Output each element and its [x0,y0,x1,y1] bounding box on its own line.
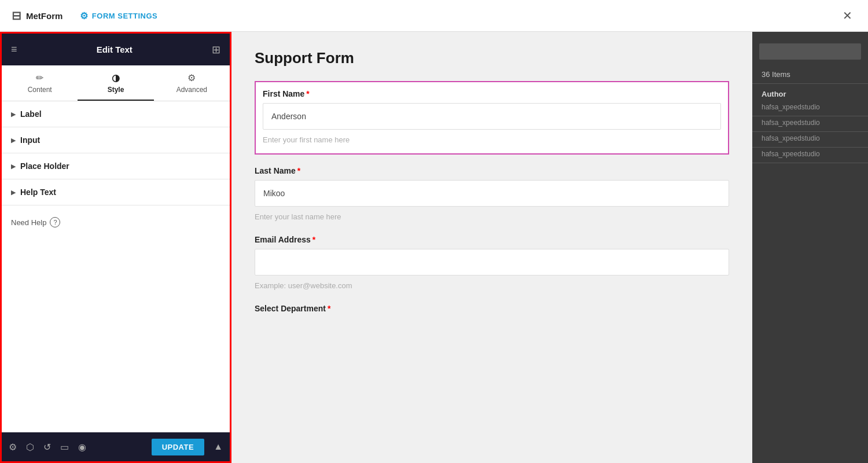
helptext-section-text: Help Text [20,188,56,197]
style-tab-icon: ◑ [112,72,120,83]
hamburger-icon[interactable]: ≡ [11,43,17,56]
sidebar-user-3: hafsa_xpeedstudio [752,132,868,148]
tab-advanced[interactable]: ⚙ Advanced [154,65,230,101]
label-section-text: Label [20,109,42,119]
content-tab-label: Content [28,86,52,94]
section-helptext[interactable]: ▶ Help Text [2,179,230,205]
bottom-toolbar: ⚙ ⬡ ↺ ▭ ◉ UPDATE ▲ [2,432,230,461]
need-help-label: Need Help [11,218,46,227]
item-count: 36 Items [752,65,868,84]
form-preview-area: Support Form First Name* Enter your firs… [231,32,752,463]
left-panel: ≡ Edit Text ⊞ ✏ Content ◑ Style ⚙ Advanc… [0,32,231,463]
first-name-input[interactable] [263,103,721,130]
section-label[interactable]: ▶ Label [2,101,230,127]
need-help-link[interactable]: Need Help ? [2,205,230,239]
first-name-required: * [306,89,309,98]
last-name-field: Last Name* Enter your last name here [255,166,729,223]
main-layout: ≡ Edit Text ⊞ ✏ Content ◑ Style ⚙ Advanc… [0,32,868,463]
panel-title: Edit Text [97,45,133,54]
department-required: * [328,304,330,313]
placeholder-section-text: Place Holder [20,161,69,171]
tabs-row: ✏ Content ◑ Style ⚙ Advanced [2,65,230,101]
section-placeholder[interactable]: ▶ Place Holder [2,153,230,179]
chevron-up-icon[interactable]: ▲ [214,442,223,452]
layers-toolbar-icon[interactable]: ⬡ [26,442,34,453]
preview-toolbar-icon[interactable]: ◉ [78,442,86,453]
last-name-label: Last Name* [255,166,729,175]
right-sidebar: 36 Items Author hafsa_xpeedstudio hafsa_… [752,32,868,463]
style-tab-label: Style [108,86,124,94]
section-input[interactable]: ▶ Input [2,127,230,153]
history-toolbar-icon[interactable]: ↺ [43,442,51,453]
email-input[interactable] [255,249,729,275]
arrow-icon-placeholder: ▶ [11,163,16,170]
gear-icon: ⚙ [80,10,89,21]
email-required: * [312,235,315,244]
settings-toolbar-icon[interactable]: ⚙ [9,442,17,453]
panel-content: ▶ Label ▶ Input ▶ Place Holder ▶ Help Te… [2,101,230,461]
sidebar-search-input[interactable] [759,43,861,60]
last-name-hint: Enter your last name here [255,210,729,223]
content-tab-icon: ✏ [36,72,43,83]
close-button[interactable]: ✕ [838,6,856,25]
department-label: Select Department* [255,304,729,313]
arrow-icon-input: ▶ [11,137,16,144]
email-field: Email Address* Example: user@website.com [255,235,729,292]
update-button[interactable]: UPDATE [152,439,204,455]
author-label: Author [752,84,868,101]
logo-icon: ⊟ [12,9,21,23]
advanced-tab-icon: ⚙ [187,72,196,83]
responsive-toolbar-icon[interactable]: ▭ [60,442,69,453]
sidebar-user-2: hafsa_xpeedstudio [752,116,868,132]
arrow-icon-label: ▶ [11,111,16,118]
department-field: Select Department* [255,304,729,313]
form-settings-button[interactable]: ⚙ FORM SETTINGS [80,10,157,21]
first-name-field-highlighted: First Name* Enter your first name here [255,81,729,155]
input-section-text: Input [20,135,40,145]
help-circle-icon: ? [50,217,60,227]
email-label: Email Address* [255,235,729,244]
logo: ⊟ MetForm [12,9,62,23]
arrow-icon-helptext: ▶ [11,189,16,196]
first-name-hint: Enter your first name here [263,133,721,146]
close-icon: ✕ [843,9,852,23]
tab-style[interactable]: ◑ Style [78,65,153,101]
email-hint: Example: user@website.com [255,279,729,292]
logo-text: MetForm [26,11,62,21]
first-name-label: First Name* [263,89,721,98]
grid-icon[interactable]: ⊞ [212,43,220,56]
form-title: Support Form [255,49,729,67]
panel-header: ≡ Edit Text ⊞ [2,34,230,65]
last-name-input[interactable] [255,180,729,207]
sidebar-user-1: hafsa_xpeedstudio [752,101,868,116]
top-bar: ⊟ MetForm ⚙ FORM SETTINGS ✕ [0,0,868,32]
sidebar-user-4: hafsa_xpeedstudio [752,148,868,163]
last-name-required: * [297,166,300,175]
tab-content[interactable]: ✏ Content [2,65,78,101]
advanced-tab-label: Advanced [176,86,207,94]
form-settings-label: FORM SETTINGS [92,12,157,20]
